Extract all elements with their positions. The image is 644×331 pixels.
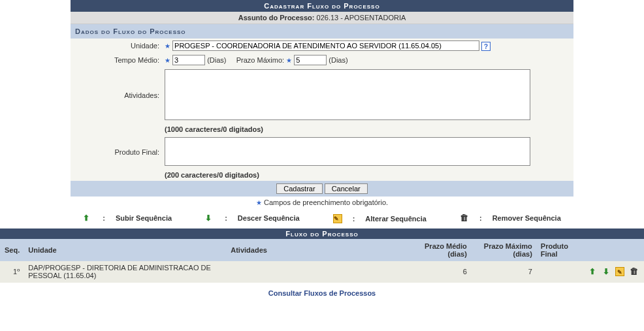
col-produto-final: Produto Final: [536, 240, 582, 261]
cadastrar-button[interactable]: Cadastrar: [276, 183, 322, 194]
footer-link-row: Consultar Fluxos de Processos: [0, 283, 644, 304]
required-star-icon: ★: [286, 57, 292, 64]
cell-actions: ⬆ ⬇ ✎ 🗑: [582, 261, 643, 283]
prazo-maximo-label: Prazo Máximo:: [236, 56, 284, 64]
consultar-fluxos-link[interactable]: Consultar Fluxos de Processos: [268, 289, 376, 297]
legend-row: ⬆ : Subir Sequência ⬇ : Descer Sequência…: [0, 208, 644, 229]
cancelar-button[interactable]: Cancelar: [325, 183, 368, 194]
row-down-icon[interactable]: ⬇: [602, 267, 611, 276]
atividades-label: Atividades:: [71, 67, 162, 123]
help-icon[interactable]: ?: [481, 42, 491, 51]
legend-subir: Subir Sequência: [116, 214, 172, 222]
required-note-text: Campos de preenchimento obrigatório.: [264, 198, 388, 206]
legend-descer: Descer Sequência: [238, 214, 300, 222]
arrow-down-icon: ⬇: [205, 213, 214, 223]
fluxo-grid: Seq. Unidade Atividades Prazo Médio (dia…: [0, 239, 644, 283]
col-unidade: Unidade: [24, 240, 227, 261]
dias-label: (Dias): [207, 56, 226, 64]
button-row: Cadastrar Cancelar: [71, 181, 573, 197]
tempo-medio-label: Tempo Médio:: [71, 53, 162, 67]
assunto-bar: Assunto do Processo: 026.13 - APOSENTADO…: [71, 12, 573, 24]
col-prazo-medio: Prazo Médio (dias): [412, 240, 471, 261]
cell-produto-final: [536, 261, 582, 283]
cell-seq: 1º: [1, 261, 24, 283]
col-atividades: Atividades: [227, 240, 413, 261]
produto-final-textarea[interactable]: [165, 137, 530, 166]
col-seq: Seq.: [1, 240, 24, 261]
page-title: Cadastrar Fluxo do Processo: [71, 0, 573, 12]
cell-prazo-medio: 6: [412, 261, 471, 283]
required-star-icon: ★: [165, 42, 170, 50]
col-prazo-maximo: Prazo Máximo (dias): [471, 240, 536, 261]
unidade-label: Unidade:: [71, 39, 162, 53]
remove-icon: 🗑: [460, 213, 469, 223]
required-star-icon: ★: [165, 57, 170, 64]
row-up-icon[interactable]: ⬆: [588, 267, 597, 276]
cell-prazo-maximo: 7: [471, 261, 536, 283]
table-row: 1º DAP/PROGESP - DIRETORIA DE ADMINISTRA…: [1, 261, 644, 283]
edit-icon: ✎: [333, 214, 342, 223]
atividades-counter: (1000 caracteres/0 digitados): [165, 125, 263, 133]
tempo-medio-input[interactable]: [172, 55, 205, 65]
required-star-icon: ★: [256, 199, 262, 206]
produto-final-label: Produto Final:: [71, 135, 162, 169]
assunto-value: 026.13 - APOSENTADORIA: [317, 14, 406, 22]
row-remove-icon[interactable]: 🗑: [629, 267, 638, 276]
arrow-up-icon: ⬆: [83, 213, 92, 223]
required-note: ★ Campos de preenchimento obrigatório.: [71, 197, 573, 208]
legend-remover: Remover Sequência: [492, 214, 561, 222]
legend-alterar: Alterar Sequência: [365, 215, 427, 223]
col-actions: [582, 240, 643, 261]
atividades-textarea[interactable]: [165, 69, 530, 120]
row-edit-icon[interactable]: ✎: [615, 267, 624, 276]
grid-title: Fluxo do Processo: [0, 229, 644, 239]
prazo-maximo-input[interactable]: [294, 55, 327, 65]
form-table: Unidade: ★ ? Tempo Médio: ★ (Dias) Prazo…: [71, 39, 573, 181]
section-title: Dados do Fluxo do Processo: [71, 24, 573, 39]
dias-label: (Dias): [329, 56, 347, 64]
assunto-label: Assunto do Processo:: [238, 14, 315, 22]
unidade-input[interactable]: [172, 40, 479, 51]
cell-unidade: DAP/PROGESP - DIRETORIA DE ADMINISTRACAO…: [24, 261, 227, 283]
cell-atividades: [227, 261, 413, 283]
produto-final-counter: (200 caracteres/0 digitados): [165, 171, 259, 179]
